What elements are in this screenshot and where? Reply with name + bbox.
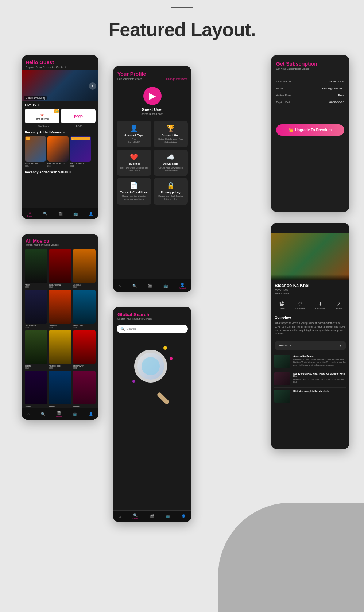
movie-thumb-godzilla[interactable]: Godzilla vs. Kong 2021 (47, 136, 69, 167)
profile-nav-icon: 👤 (89, 212, 93, 216)
movie-thumb-raya[interactable]: 👑 Raya and the 2021 (25, 136, 46, 167)
sub-row-email: Email: demo@mail.com (276, 87, 344, 90)
year-neil: 2018 (25, 326, 47, 329)
profile-account-label: Account (179, 287, 186, 289)
expire-label: Expire Date: (276, 101, 302, 104)
movie-year-raya: 2021 (25, 165, 46, 167)
movies-nav-home[interactable]: ⌂ (27, 412, 30, 416)
overview-section: Overview What happens when a young stude… (271, 313, 349, 338)
nav-search[interactable]: 🔍 (43, 212, 47, 216)
movie-item-simmba[interactable]: Simmba 2018 (49, 290, 71, 329)
poster-dhadak (73, 249, 96, 283)
subscription-divider (276, 75, 344, 75)
subscription-subtitle: Get Your Subscription Details (276, 67, 344, 70)
nav-home[interactable]: ⌂ Home (27, 210, 32, 217)
subscription-icon: 🏆 (167, 124, 175, 132)
movie-item-tigers[interactable]: Tigers 2014 (25, 330, 47, 369)
movies-nav-profile[interactable]: 👤 (89, 412, 93, 416)
movie-item-dhadak[interactable]: Dhadak 2018 (73, 249, 96, 288)
search-input-wrapper[interactable]: 🔍 (117, 325, 188, 333)
search-search-icon: 🔍 (133, 513, 138, 517)
action-share[interactable]: ↗ Share (336, 301, 342, 310)
movie-label-raya: Raya and the (25, 162, 46, 165)
overview-text: What happens when a young student loses … (275, 321, 346, 336)
year-kedarnath: 2018 (73, 326, 96, 329)
profile-nav-search[interactable]: 🔍 (132, 284, 137, 288)
tv-card-star-sports[interactable]: 👑 ★ STAR SPORTS (25, 109, 59, 123)
action-favourite[interactable]: ♡ Favourite (295, 301, 305, 310)
back-button[interactable]: ← ··· (275, 226, 282, 230)
movies-bottom-nav: ⌂ 🔍 🎬 Movies 📺 👤 (22, 408, 98, 420)
search-input[interactable] (127, 327, 184, 330)
profile-card-favorites[interactable]: ❤️ Favorites Your Favourites Contents ar… (117, 150, 151, 176)
page-title: Featured Layout. (0, 11, 364, 55)
search-nav-profile[interactable]: 👤 (181, 514, 186, 518)
movie-item-kedarnath[interactable]: Kedarnath 2018 (73, 290, 96, 329)
movie-item-khaali[interactable]: Khaali Peeli 2020 (49, 330, 71, 369)
movies-movies-label: Movies (56, 415, 62, 418)
search-nav-tv[interactable]: 📺 (166, 514, 170, 518)
movie-item-misc1[interactable]: Drama 2020 (25, 371, 47, 410)
dropdown-arrow-icon: ▼ (338, 344, 342, 348)
profile-card-account[interactable]: 👤 Account Type FreeExp: NEVER (117, 121, 151, 147)
upgrade-to-premium-button[interactable]: 👑 Upgrade To Premium (276, 124, 344, 136)
season-label: Season: 1 (278, 344, 291, 347)
downloads-card-desc: Get All Your Downloaded Contents here (156, 167, 185, 173)
profile-nav-movies[interactable]: 🎬 (148, 284, 152, 288)
movie-year-justice: 2021 (70, 165, 91, 167)
drag-handle (171, 7, 193, 8)
star-sports-logo: ★ STAR SPORTS (36, 112, 49, 120)
episode-item-1[interactable]: Asteen Ka Saanp Raju gets a new job but … (274, 353, 346, 370)
profile-nav-account[interactable]: 👤 Account (179, 283, 186, 289)
screens-container: Hello Guest Explore Your Favourite Conte… (0, 55, 364, 584)
movies-nav-movies[interactable]: 🎬 Movies (56, 411, 62, 418)
tv-card-pogo[interactable]: pogo (61, 109, 96, 123)
movies-nav-search[interactable]: 🔍 (41, 412, 45, 416)
search-home-icon: ⌂ (119, 514, 121, 518)
profile-card-subscription[interactable]: 🏆 Subscription Get All Details about You… (154, 121, 188, 147)
action-trailer[interactable]: 📽 Trailer (279, 301, 285, 310)
episode-desc-1: Raju gets a new job but stumbles upon a … (293, 358, 346, 367)
search-subtitle: Search Your Favourite Content (117, 318, 187, 320)
poster-misc3 (73, 371, 96, 404)
movie-thumb-justice[interactable]: 👑 Zack Snyder's 2021 (70, 136, 91, 167)
hero-banner[interactable]: Godzilla vs. Kong ▶ (22, 70, 98, 101)
movie-item-misc2[interactable]: Action 2019 (49, 371, 71, 410)
episode-item-2[interactable]: Duniye Gol Hai, Haar Paap Ka Double Role… (274, 370, 346, 388)
hero-play-button[interactable]: ▶ (89, 82, 96, 90)
profile-account-icon: 👤 (180, 283, 185, 287)
search-nav-home[interactable]: ⌂ (119, 514, 121, 518)
greeting-text: Hello Guest (26, 59, 95, 65)
movie-item-ateet[interactable]: Ateet 2020 (25, 249, 47, 288)
account-type-icon: 👤 (130, 124, 138, 132)
movie-item-power[interactable]: The Power 2021 (73, 330, 96, 369)
action-download[interactable]: ⬇ Download (315, 301, 325, 310)
nav-profile[interactable]: 👤 (89, 212, 93, 216)
subscription-info-table: User Name: Guest User Email: demo@mail.c… (271, 78, 349, 110)
movie-item-neil[interactable]: Neil Polliah 2018 (25, 290, 47, 329)
search-nav-movies[interactable]: 🎬 (150, 514, 154, 518)
profile-nav-tv[interactable]: 📺 (163, 284, 168, 288)
profile-nav-home[interactable]: ⌂ (119, 284, 121, 288)
episode-item-3[interactable]: Kisi ki chinta, kisi ka chutkula (274, 388, 346, 405)
profile-card-privacy[interactable]: 🔒 Privacy policy Please read the followi… (154, 178, 188, 205)
profile-card-downloads[interactable]: ☁️ Downloads Get All Your Downloaded Con… (154, 150, 188, 176)
trailer-icon: 📽 (279, 301, 284, 307)
search-profile-icon: 👤 (181, 514, 186, 518)
search-nav-search[interactable]: 🔍 Search (132, 513, 138, 520)
change-password-link[interactable]: Change Password (166, 78, 187, 80)
profile-card-terms[interactable]: 📄 Terms & Conditions Please read the fol… (117, 178, 151, 205)
movie-item-misc3[interactable]: Thriller 2020 (73, 371, 96, 410)
movie-item-babu[interactable]: Babumoshal 2017 (49, 249, 71, 288)
premium-icon-raya: 👑 (26, 137, 30, 140)
nav-movies[interactable]: 🎬 (58, 212, 63, 216)
menu-lines-icon: ≡ (38, 104, 40, 107)
poster-babu (49, 249, 71, 283)
movies-nav-tv[interactable]: 📺 (73, 412, 77, 416)
year-tigers: 2014 (25, 367, 47, 369)
nav-tv[interactable]: 📺 (73, 212, 78, 216)
episode-list: Asteen Ka Saanp Raju gets a new job but … (271, 353, 349, 405)
all-movies-subtitle: Watch Your Favourite Movies (26, 244, 95, 246)
movie-poster-raya: 👑 (25, 136, 46, 162)
season-dropdown[interactable]: Season: 1 ▼ (275, 341, 346, 350)
